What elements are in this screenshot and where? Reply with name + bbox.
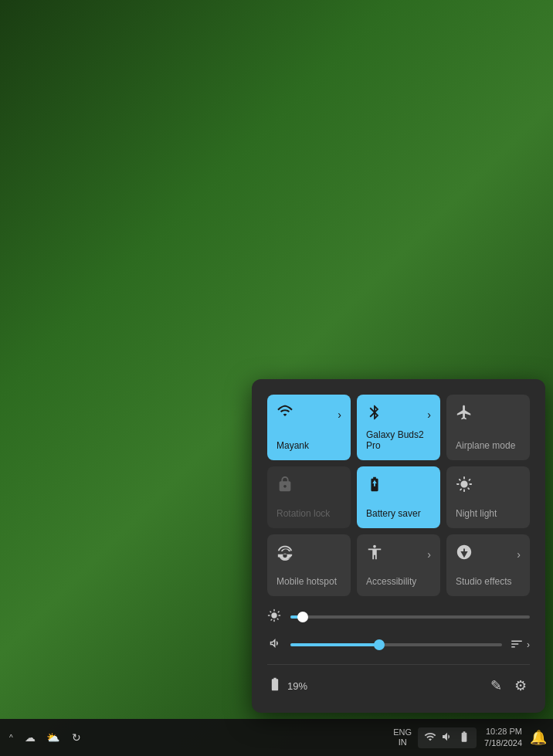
tile-battery-icon-row: [366, 476, 431, 497]
volume-mixer-icon[interactable]: [510, 637, 524, 653]
taskbar: ^ ☁ ⛅ ↻ ENG IN: [0, 719, 553, 756]
tile-wifi[interactable]: › Mayank: [267, 395, 351, 460]
tile-airplane-icon-row: [456, 404, 521, 425]
hotspot-icon: [276, 544, 293, 564]
tile-hotspot-label: Mobile hotspot: [276, 576, 337, 587]
tile-airplane-label: Airplane mode: [456, 440, 515, 451]
tile-night-light[interactable]: Night light: [446, 466, 530, 528]
tile-battery-saver[interactable]: Battery saver: [357, 466, 440, 528]
volume-expand-arrow[interactable]: ›: [527, 639, 530, 650]
battery-status-icon: [267, 676, 283, 695]
tile-bluetooth-label: Galaxy Buds2 Pro: [366, 429, 431, 451]
volume-extra: ›: [510, 637, 530, 653]
quick-settings-panel: › Mayank › Galaxy Buds2 Pro: [252, 379, 545, 713]
lang-line2: IN: [399, 737, 407, 748]
volume-tray-icon: [441, 731, 453, 745]
bluetooth-arrow[interactable]: ›: [427, 409, 431, 421]
tile-airplane[interactable]: Airplane mode: [446, 395, 530, 460]
tile-battery-label: Battery saver: [366, 508, 421, 519]
clock-date: 7/18/2024: [484, 737, 522, 749]
weather-cloud-icon[interactable]: ⛅: [44, 728, 63, 747]
brightness-icon: [267, 609, 283, 625]
volume-icon: [267, 636, 283, 653]
battery-status: 19%: [267, 676, 307, 695]
tile-hotspot[interactable]: Mobile hotspot: [267, 534, 351, 596]
quick-settings-bottom: 19% ✎ ⚙: [267, 664, 530, 697]
night-light-icon: [456, 476, 473, 497]
settings-button[interactable]: ⚙: [511, 674, 530, 697]
tile-hotspot-icon-row: [276, 544, 341, 564]
tile-rotation-label: Rotation lock: [276, 508, 330, 519]
tile-night-icon-row: [456, 476, 521, 497]
tile-wifi-icon-row: ›: [276, 404, 341, 425]
tile-accessibility[interactable]: › Accessibility: [357, 534, 440, 596]
system-clock[interactable]: 10:28 PM 7/18/2024: [480, 726, 527, 750]
taskbar-right: ENG IN 10:28 PM 7/18/2024: [390, 726, 547, 750]
battery-percent: 19%: [287, 680, 307, 692]
tile-bluetooth[interactable]: › Galaxy Buds2 Pro: [357, 395, 440, 460]
rotation-lock-icon: [276, 476, 293, 497]
tile-rotation-icon-row: [276, 476, 341, 497]
wifi-arrow[interactable]: ›: [338, 409, 341, 421]
brightness-slider-row: [267, 609, 530, 625]
clock-time: 10:28 PM: [486, 726, 522, 737]
brightness-track: [290, 615, 530, 619]
tile-accessibility-icon-row: ›: [366, 544, 431, 564]
tile-rotation[interactable]: Rotation lock: [267, 466, 351, 528]
sync-icon[interactable]: ↻: [67, 728, 86, 747]
tile-night-label: Night light: [456, 508, 497, 519]
brightness-slider[interactable]: [290, 609, 530, 625]
tile-studio-effects[interactable]: › Studio effects: [446, 534, 530, 596]
tile-accessibility-label: Accessibility: [366, 576, 416, 587]
quick-settings-actions: ✎ ⚙: [487, 674, 530, 697]
tile-studio-label: Studio effects: [456, 576, 512, 587]
notification-bell[interactable]: 🔔: [530, 729, 547, 746]
studio-arrow[interactable]: ›: [517, 548, 521, 561]
taskbar-left: ^ ☁ ⛅ ↻: [6, 728, 86, 747]
accessibility-icon: [366, 544, 383, 564]
studio-effects-icon: [456, 544, 473, 564]
wifi-icon: [276, 404, 293, 425]
language-indicator[interactable]: ENG IN: [390, 727, 415, 748]
battery-saver-icon: [366, 476, 383, 497]
volume-slider[interactable]: [290, 637, 502, 653]
cloud-icon[interactable]: ☁: [21, 728, 39, 747]
bluetooth-icon: [366, 404, 383, 425]
lang-line1: ENG: [393, 727, 412, 737]
battery-tray-icon: [458, 731, 470, 745]
volume-thumb[interactable]: [374, 639, 385, 650]
system-tray-icons[interactable]: [418, 727, 477, 748]
tile-wifi-label: Mayank: [276, 440, 309, 451]
tile-bluetooth-icon-row: ›: [366, 404, 431, 425]
volume-track: [290, 643, 502, 646]
edit-button[interactable]: ✎: [487, 674, 505, 697]
accessibility-arrow[interactable]: ›: [427, 548, 431, 561]
wifi-tray-icon: [424, 731, 436, 745]
volume-slider-row: ›: [267, 636, 530, 653]
show-hidden-icons-button[interactable]: ^: [6, 734, 16, 742]
tile-studio-icon-row: ›: [456, 544, 521, 564]
airplane-icon: [456, 404, 473, 425]
volume-fill: [290, 643, 379, 646]
brightness-thumb[interactable]: [297, 612, 308, 622]
quick-settings-grid: › Mayank › Galaxy Buds2 Pro: [267, 395, 530, 596]
